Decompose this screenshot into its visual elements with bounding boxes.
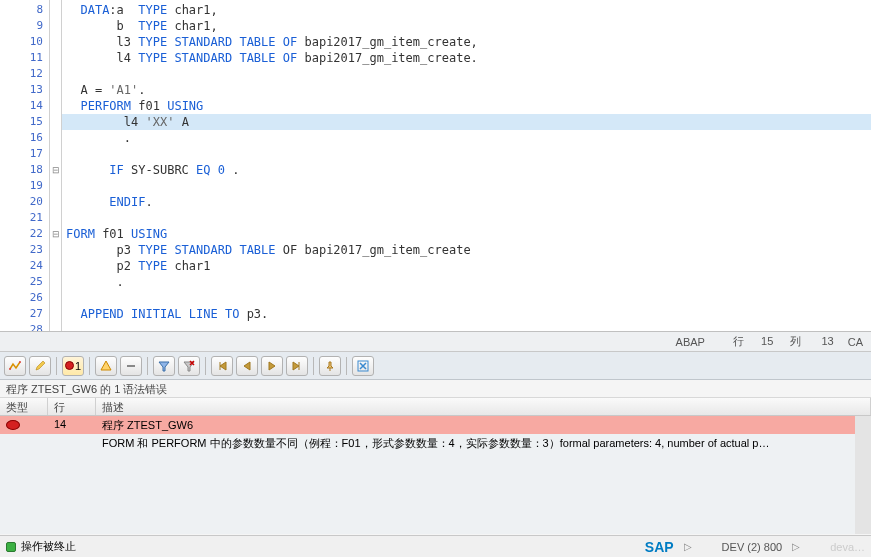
fold-marker xyxy=(50,146,61,162)
code-line[interactable]: . xyxy=(62,130,871,146)
fold-marker xyxy=(50,82,61,98)
code-line[interactable]: l3 TYPE STANDARD TABLE OF bapi2017_gm_it… xyxy=(62,34,871,50)
fold-marker xyxy=(50,242,61,258)
line-number[interactable]: 18 xyxy=(0,162,49,178)
fold-marker xyxy=(50,114,61,130)
col-header-type[interactable]: 类型 xyxy=(0,398,48,415)
edit-button[interactable] xyxy=(29,356,51,376)
line-number[interactable]: 21 xyxy=(0,210,49,226)
line-number[interactable]: 26 xyxy=(0,290,49,306)
col-header-line[interactable]: 行 xyxy=(48,398,96,415)
code-line[interactable] xyxy=(62,210,871,226)
line-number[interactable]: 16 xyxy=(0,130,49,146)
line-number[interactable]: 24 xyxy=(0,258,49,274)
error-panel-title: 程序 ZTEST_GW6 的 1 语法错误 xyxy=(0,380,871,398)
code-pane[interactable]: DATA:a TYPE char1, b TYPE char1, l3 TYPE… xyxy=(62,0,871,331)
line-number[interactable]: 12 xyxy=(0,66,49,82)
fold-marker xyxy=(50,66,61,82)
line-number-gutter: 8910111213141516171819202122232425262728… xyxy=(0,0,50,331)
close-panel-button[interactable] xyxy=(352,356,374,376)
fold-marker xyxy=(50,18,61,34)
pin-button[interactable] xyxy=(319,356,341,376)
code-line[interactable] xyxy=(62,66,871,82)
fold-marker xyxy=(50,322,61,332)
line-number[interactable]: 8 xyxy=(0,2,49,18)
line-number[interactable]: 22 xyxy=(0,226,49,242)
code-line[interactable]: APPEND INITIAL LINE TO p3. xyxy=(62,306,871,322)
filter-remove-button[interactable] xyxy=(178,356,200,376)
code-line[interactable]: PERFORM f01 USING xyxy=(62,98,871,114)
code-line[interactable]: l4 'XX' A xyxy=(62,114,871,130)
code-line[interactable]: FORM f01 USING xyxy=(62,226,871,242)
fold-marker xyxy=(50,178,61,194)
code-line[interactable]: ENDIF. xyxy=(62,194,871,210)
syntax-toolbar: 1 xyxy=(0,352,871,380)
fold-marker[interactable]: ⊟ xyxy=(50,226,61,242)
code-line[interactable]: IF SY-SUBRC EQ 0 . xyxy=(62,162,871,178)
line-number[interactable]: 23 xyxy=(0,242,49,258)
syntax-check-button[interactable] xyxy=(4,356,26,376)
tri-icon-2: ▷ xyxy=(792,541,800,552)
code-line[interactable] xyxy=(62,290,871,306)
svg-rect-2 xyxy=(127,365,135,367)
code-line[interactable] xyxy=(62,146,871,162)
fold-marker[interactable]: ⊟ xyxy=(50,162,61,178)
line-number[interactable]: 25 xyxy=(0,274,49,290)
svg-point-1 xyxy=(19,361,21,363)
code-line[interactable] xyxy=(62,178,871,194)
error-icon xyxy=(6,420,20,430)
line-number[interactable]: 19 xyxy=(0,178,49,194)
nav-prev-button[interactable] xyxy=(236,356,258,376)
svg-point-0 xyxy=(9,368,11,370)
line-number[interactable]: 15 xyxy=(0,114,49,130)
line-number[interactable]: 17 xyxy=(0,146,49,162)
line-number[interactable]: 14 xyxy=(0,98,49,114)
abap-editor: 8910111213141516171819202122232425262728… xyxy=(0,0,871,332)
breakpoint-button[interactable]: 1 xyxy=(62,356,84,376)
sap-logo: SAP xyxy=(645,539,674,555)
system-id: DEV (2) 800 xyxy=(722,541,783,553)
code-line[interactable]: p3 TYPE STANDARD TABLE OF bapi2017_gm_it… xyxy=(62,242,871,258)
fold-marker xyxy=(50,306,61,322)
error-row[interactable]: FORM 和 PERFORM 中的参数数量不同（例程：F01，形式参数数量：4，… xyxy=(0,434,855,452)
col-header-desc[interactable]: 描述 xyxy=(96,398,871,415)
code-line[interactable]: l4 TYPE STANDARD TABLE OF bapi2017_gm_it… xyxy=(62,50,871,66)
code-line[interactable] xyxy=(62,322,871,332)
line-number[interactable]: 27 xyxy=(0,306,49,322)
fold-marker xyxy=(50,290,61,306)
tri-icon: ▷ xyxy=(684,541,692,552)
error-row[interactable]: 14程序 ZTEST_GW6 xyxy=(0,416,855,434)
fold-marker xyxy=(50,194,61,210)
line-number[interactable]: 28 xyxy=(0,322,49,332)
nav-first-button[interactable] xyxy=(211,356,233,376)
nav-last-button[interactable] xyxy=(286,356,308,376)
line-number[interactable]: 9 xyxy=(0,18,49,34)
fold-marker xyxy=(50,50,61,66)
code-line[interactable]: b TYPE char1, xyxy=(62,18,871,34)
line-number[interactable]: 11 xyxy=(0,50,49,66)
code-line[interactable]: DATA:a TYPE char1, xyxy=(62,2,871,18)
line-number[interactable]: 13 xyxy=(0,82,49,98)
status-pos: 行 15 列 13 xyxy=(719,334,834,349)
warning-filter-button[interactable] xyxy=(95,356,117,376)
editor-status-bar: ABAP 行 15 列 13 CA xyxy=(0,332,871,352)
watermark: deva… xyxy=(830,541,865,553)
nav-next-button[interactable] xyxy=(261,356,283,376)
filter-button[interactable] xyxy=(153,356,175,376)
code-line[interactable]: p2 TYPE char1 xyxy=(62,258,871,274)
fold-marker xyxy=(50,210,61,226)
status-lang: ABAP xyxy=(676,336,705,348)
clear-button[interactable] xyxy=(120,356,142,376)
line-number[interactable]: 20 xyxy=(0,194,49,210)
code-line[interactable]: A = 'A1'. xyxy=(62,82,871,98)
fold-marker xyxy=(50,34,61,50)
error-rows: 14程序 ZTEST_GW6FORM 和 PERFORM 中的参数数量不同（例程… xyxy=(0,416,871,534)
fold-marker xyxy=(50,98,61,114)
fold-marker xyxy=(50,274,61,290)
line-number[interactable]: 10 xyxy=(0,34,49,50)
app-status-bar: 操作被终止 SAP ▷ DEV (2) 800 ▷ deva… xyxy=(0,535,871,557)
fold-column: ⊟⊟ xyxy=(50,0,62,331)
code-line[interactable]: . xyxy=(62,274,871,290)
fold-marker xyxy=(50,130,61,146)
status-message: 操作被终止 xyxy=(21,539,76,554)
